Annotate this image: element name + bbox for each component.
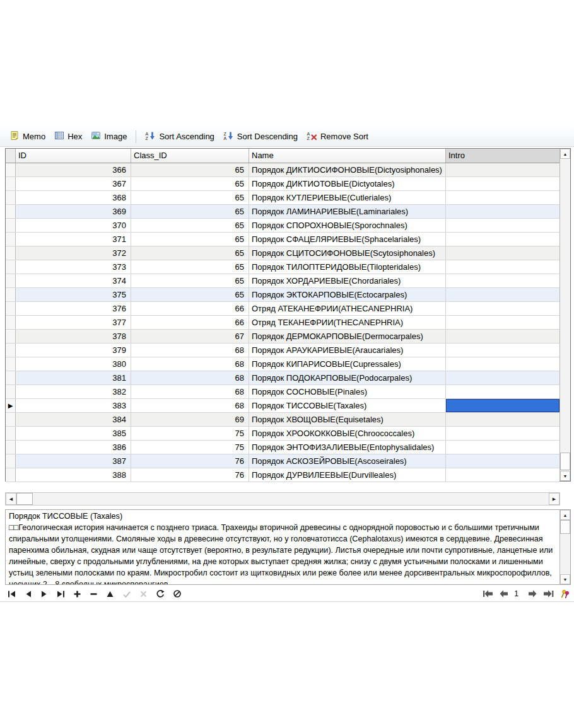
cell-intro[interactable] bbox=[446, 385, 559, 398]
cancel-edit-icon[interactable] bbox=[139, 590, 148, 598]
post-edit-icon[interactable] bbox=[122, 590, 131, 598]
row-indicator[interactable]: ▶ bbox=[6, 399, 16, 412]
cell-id[interactable]: 377 bbox=[16, 316, 131, 329]
cell-class-id[interactable]: 68 bbox=[131, 371, 249, 384]
cell-name[interactable]: Порядок СЦИТОСИФОНОВЫЕ(Scytosiphonales) bbox=[249, 246, 446, 260]
edit-record-icon[interactable] bbox=[106, 590, 114, 598]
next-page-icon[interactable] bbox=[528, 589, 537, 598]
memo-vscroll-thumb[interactable] bbox=[560, 520, 570, 534]
cell-class-id[interactable]: 67 bbox=[131, 330, 249, 343]
insert-record-icon[interactable] bbox=[73, 590, 81, 598]
cell-intro[interactable] bbox=[446, 246, 559, 260]
cell-name[interactable]: Порядок ЛАМИНАРИЕВЫЕ(Laminariales) bbox=[249, 205, 446, 218]
table-row[interactable]: 38575Порядок ХРООКОККОВЫЕ(Chroococcales) bbox=[6, 427, 559, 441]
cell-id[interactable]: 383 bbox=[16, 399, 131, 412]
cell-class-id[interactable]: 68 bbox=[131, 399, 249, 412]
cell-class-id[interactable]: 65 bbox=[131, 274, 249, 287]
scroll-down-icon[interactable]: ▼ bbox=[560, 471, 570, 481]
table-row[interactable]: 37365Порядок ТИЛОПТЕРИДОВЫЕ(Tilopteridal… bbox=[6, 260, 559, 274]
prior-record-icon[interactable] bbox=[25, 590, 32, 598]
table-row[interactable]: 36865Порядок КУТЛЕРИЕВЫЕ(Cutleriales) bbox=[6, 191, 559, 205]
row-indicator[interactable] bbox=[6, 357, 16, 371]
cell-name[interactable]: Порядок ТИССОВЫЕ(Taxales) bbox=[249, 399, 446, 412]
table-row[interactable]: 37065Порядок СПОРОХНОВЫЕ(Sporochnales) bbox=[6, 219, 559, 233]
row-indicator[interactable] bbox=[6, 288, 16, 301]
table-row[interactable]: 36665Порядок ДИКТИОСИФОНОВЫЕ(Dictyosipho… bbox=[6, 163, 559, 177]
cell-intro[interactable] bbox=[446, 219, 559, 232]
sort-descending-button[interactable]: Z A Sort Descending bbox=[219, 130, 302, 144]
cell-name[interactable]: Порядок ДУРВИЛЕЕВЫЕ(Durvilleales) bbox=[249, 468, 446, 482]
cell-name[interactable]: Порядок СПОРОХНОВЫЕ(Sporochnales) bbox=[249, 219, 446, 232]
row-indicator[interactable] bbox=[6, 468, 16, 482]
row-indicator[interactable] bbox=[6, 330, 16, 343]
table-row[interactable]: 37867Порядок ДЕРМОКАРПОВЫЕ(Dermocarpales… bbox=[6, 330, 559, 344]
row-indicator[interactable] bbox=[6, 302, 16, 315]
column-header-name[interactable]: Name bbox=[249, 149, 446, 163]
cell-class-id[interactable]: 75 bbox=[131, 441, 249, 454]
row-indicator[interactable] bbox=[6, 371, 16, 384]
row-indicator[interactable] bbox=[6, 454, 16, 468]
cell-intro[interactable] bbox=[446, 260, 559, 274]
row-indicator[interactable] bbox=[6, 413, 16, 426]
row-indicator[interactable] bbox=[6, 441, 16, 454]
cell-id[interactable]: 367 bbox=[16, 177, 131, 190]
table-row[interactable]: 38876Порядок ДУРВИЛЕЕВЫЕ(Durvilleales) bbox=[6, 468, 559, 482]
first-record-icon[interactable] bbox=[8, 590, 16, 598]
table-row[interactable]: 38776Порядок АСКОЗЕЙРОВЫЕ(Ascoseirales) bbox=[6, 454, 559, 468]
cell-intro[interactable] bbox=[446, 357, 559, 371]
cell-intro[interactable] bbox=[446, 413, 559, 426]
sort-ascending-button[interactable]: A Z Sort Ascending bbox=[141, 130, 218, 144]
cell-id[interactable]: 384 bbox=[16, 413, 131, 426]
cell-intro[interactable] bbox=[446, 427, 559, 440]
prior-page-icon[interactable] bbox=[499, 589, 508, 598]
table-row[interactable]: 37165Порядок СФАЦЕЛЯРИЕВЫЕ(Sphacelariale… bbox=[6, 233, 559, 246]
cell-class-id[interactable]: 65 bbox=[131, 288, 249, 301]
cell-name[interactable]: Отряд ТЕКАНЕФРИИ(THECANEPHRIA) bbox=[249, 316, 446, 329]
cell-name[interactable]: Отряд АТЕКАНЕФРИИ(ATHECANEPHRIA) bbox=[249, 302, 446, 315]
cell-intro[interactable] bbox=[446, 177, 559, 190]
cell-class-id[interactable]: 69 bbox=[131, 413, 249, 426]
cell-intro[interactable] bbox=[446, 302, 559, 315]
memo-button[interactable]: Memo bbox=[5, 129, 50, 144]
table-row[interactable]: 36965Порядок ЛАМИНАРИЕВЫЕ(Laminariales) bbox=[6, 205, 559, 219]
cell-intro[interactable] bbox=[446, 344, 559, 357]
properties-icon[interactable] bbox=[559, 589, 569, 599]
table-row[interactable]: 36765Порядок ДИКТИОТОВЫЕ(Dictyotales) bbox=[6, 177, 559, 191]
cell-name[interactable]: Порядок ЭНТОФИЗАЛИЕВЫЕ(Entophysalidales) bbox=[249, 441, 446, 454]
table-row[interactable]: 37766Отряд ТЕКАНЕФРИИ(THECANEPHRIA) bbox=[6, 316, 559, 330]
column-header-class-id[interactable]: Class_ID bbox=[131, 149, 249, 163]
cell-class-id[interactable]: 65 bbox=[131, 177, 249, 190]
cell-id[interactable]: 372 bbox=[16, 246, 131, 260]
row-indicator[interactable] bbox=[6, 233, 16, 246]
cell-class-id[interactable]: 65 bbox=[131, 246, 249, 260]
cell-class-id[interactable]: 68 bbox=[131, 385, 249, 398]
table-row[interactable]: 37666Отряд АТЕКАНЕФРИИ(ATHECANEPHRIA) bbox=[6, 302, 559, 316]
table-row[interactable]: 38168Порядок ПОДОКАРПОВЫЕ(Podocarpales) bbox=[6, 371, 559, 385]
cell-id[interactable]: 386 bbox=[16, 441, 131, 454]
row-indicator[interactable] bbox=[6, 205, 16, 218]
cell-intro[interactable] bbox=[446, 233, 559, 246]
cell-id[interactable]: 371 bbox=[16, 233, 131, 246]
cell-intro[interactable] bbox=[446, 468, 559, 482]
cell-id[interactable]: 368 bbox=[16, 191, 131, 204]
table-row[interactable]: 37265Порядок СЦИТОСИФОНОВЫЕ(Scytosiphona… bbox=[6, 246, 559, 260]
row-indicator[interactable] bbox=[6, 344, 16, 357]
hex-button[interactable]: Hex bbox=[50, 129, 86, 144]
cell-id[interactable]: 369 bbox=[16, 205, 131, 218]
row-indicator[interactable] bbox=[6, 427, 16, 440]
cell-id[interactable]: 379 bbox=[16, 344, 131, 357]
remove-sort-button[interactable]: A Z Remove Sort bbox=[302, 130, 373, 144]
cell-id[interactable]: 387 bbox=[16, 454, 131, 468]
cell-class-id[interactable]: 68 bbox=[131, 357, 249, 371]
row-indicator[interactable] bbox=[6, 191, 16, 204]
grid-horizontal-scrollbar[interactable]: ◀ ▶ bbox=[5, 492, 560, 506]
delete-record-icon[interactable] bbox=[90, 590, 98, 598]
cell-intro[interactable] bbox=[446, 163, 559, 176]
image-button[interactable]: Image bbox=[86, 129, 131, 144]
grid-vscroll-thumb[interactable] bbox=[560, 453, 570, 470]
table-row[interactable]: 38268Порядок СОСНОВЫЕ(Pinales) bbox=[6, 385, 559, 399]
cell-intro[interactable] bbox=[446, 316, 559, 329]
column-header-id[interactable]: ID bbox=[16, 149, 131, 163]
row-indicator[interactable] bbox=[6, 246, 16, 260]
cell-id[interactable]: 378 bbox=[16, 330, 131, 343]
